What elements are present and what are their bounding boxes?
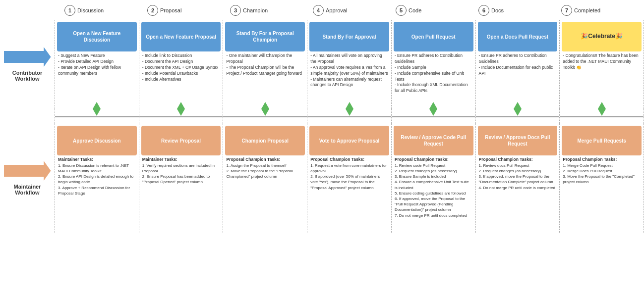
maintainer-card-1: Approve Discussion <box>57 126 137 155</box>
green-arrow-up-2 <box>177 102 185 109</box>
phase-circle-3: 3 <box>230 5 241 16</box>
phase-label-2: Proposal <box>160 7 181 13</box>
horizontal-line-7 <box>560 116 644 117</box>
contributor-desc-2: - Include link to Discussion- Document t… <box>141 51 221 84</box>
green-arrow-up-7 <box>598 102 606 109</box>
maintainer-col-1: Approve Discussion Maintainer Tasks:1. E… <box>55 124 139 233</box>
phase-circle-2: 2 <box>147 5 158 16</box>
phase-header-7: 7 Completed <box>561 5 644 16</box>
green-arrow-up-4 <box>346 102 353 109</box>
main-container: 1 Discussion 2 Proposal 3 Champion 4 App… <box>0 0 644 238</box>
green-arrow-up-6 <box>514 102 522 109</box>
horizontal-line-3 <box>223 116 307 117</box>
contributor-desc-5: - Ensure PR adheres to Contribution Guid… <box>394 51 473 96</box>
phase-circle-6: 6 <box>478 5 489 16</box>
phase-header-3: 3 Champion <box>230 5 313 16</box>
horizontal-line-4 <box>307 116 391 117</box>
phase-label-7: Completed <box>574 7 600 13</box>
phase-label-5: Code <box>409 7 421 13</box>
phase-header-5: 5 Code <box>396 5 478 16</box>
contributor-card-5: Open Pull Request <box>394 22 473 51</box>
maintainer-card-2: Review Proposal <box>141 126 221 155</box>
phase-circle-5: 5 <box>396 5 407 16</box>
phase-label-4: Approval <box>326 7 347 13</box>
contributor-card-2: Open a New Feature Proposal <box>141 22 221 51</box>
contributor-col-4: Stand By For Approval - All maintainers … <box>307 20 391 109</box>
maintainer-tasks-2: Maintainer Tasks:1. Verify required sect… <box>141 155 221 187</box>
contributor-col-7: 🎉Celebrate🎉 - Congratulations!! The feat… <box>559 20 644 109</box>
horizontal-line-6 <box>476 116 560 117</box>
green-arrow-up-1 <box>93 102 101 109</box>
contributor-columns: Open a New Feature Discussion - Suggest … <box>55 20 644 109</box>
phase-label-6: Docs <box>491 7 504 13</box>
maintainer-card-3: Champion Proposal <box>225 126 305 155</box>
contributor-col-6: Open a Docs Pull Request - Ensure PR adh… <box>475 20 560 109</box>
maintainer-tasks-3: Proposal Champion Tasks:1. Assign the Pr… <box>225 155 305 181</box>
horizontal-line-5 <box>392 116 475 117</box>
contributor-col-5: Open Pull Request - Ensure PR adheres to… <box>391 20 475 109</box>
maintainer-card-5: Review / Approve Code Pull Request <box>394 126 473 155</box>
phase-header-1: 1 Discussion <box>64 5 147 16</box>
maintainer-col-6: Review / Approve Docs Pull Request Propo… <box>475 124 560 233</box>
phase-circle-1: 1 <box>64 5 75 16</box>
green-arrow-down-6 <box>514 109 522 116</box>
maintainer-arrow <box>4 161 51 181</box>
maintainer-col-3: Champion Proposal Proposal Champion Task… <box>223 124 307 233</box>
contributor-col-3: Stand By For a Proposal Champion - One m… <box>223 20 307 109</box>
maintainer-col-2: Review Proposal Maintainer Tasks:1. Veri… <box>139 124 223 233</box>
green-arrow-down-5 <box>429 109 437 116</box>
phase-circle-4: 4 <box>313 5 324 16</box>
maintainer-tasks-1: Maintainer Tasks:1. Ensure Discussion is… <box>57 155 137 197</box>
contributor-card-7: 🎉Celebrate🎉 <box>562 22 642 51</box>
maintainer-card-4: Vote to Approve Proposal <box>309 126 389 155</box>
contributor-desc-7: - Congratulations!! The feature has been… <box>562 51 642 72</box>
contributor-card-3: Stand By For a Proposal Champion <box>225 22 305 51</box>
maintainer-tasks-5: Proposal Champion Tasks:1. Review code P… <box>394 155 473 220</box>
maintainer-card-7: Merge Pull Requests <box>562 126 642 155</box>
maintainer-tasks-4: Proposal Champion Tasks:1. Request a vot… <box>309 155 389 192</box>
maintainer-card-6: Review / Approve Docs Pull Request <box>478 126 558 155</box>
horizontal-line-1 <box>55 116 139 117</box>
horizontal-line-2 <box>139 116 223 117</box>
contributor-card-1: Open a New Feature Discussion <box>57 22 137 51</box>
contributor-desc-3: - One maintainer will Champion the Propo… <box>225 51 305 78</box>
contributor-desc-6: - Ensure PR adheres to Contribution Guid… <box>478 51 558 78</box>
phase-header-2: 2 Proposal <box>147 5 230 16</box>
contributor-card-4: Stand By For Approval <box>309 22 389 51</box>
contributor-label: Contributor Workflow <box>0 20 55 109</box>
green-arrow-down-2 <box>177 109 185 116</box>
maintainer-col-5: Review / Approve Code Pull Request Propo… <box>391 124 475 233</box>
contributor-desc-4: - All maintainers will vote on approving… <box>309 51 389 90</box>
contributor-card-6: Open a Docs Pull Request <box>478 22 558 51</box>
maintainer-tasks-6: Proposal Champion Tasks:1. Review docs P… <box>478 155 558 192</box>
maintainer-section: Maintainer Workflow Approve Discussion M… <box>0 124 644 233</box>
green-arrow-up-5 <box>429 102 437 109</box>
green-arrow-down-7 <box>598 109 606 116</box>
contributor-section: Contributor Workflow Open a New Feature … <box>0 20 644 109</box>
maintainer-columns: Approve Discussion Maintainer Tasks:1. E… <box>55 124 644 233</box>
contributor-col-2: Open a New Feature Proposal - Include li… <box>139 20 223 109</box>
contributor-desc-1: - Suggest a New Feature- Provide Detaile… <box>57 51 137 78</box>
phase-header-6: 6 Docs <box>478 5 561 16</box>
phase-label-3: Champion <box>243 7 268 13</box>
phase-circle-7: 7 <box>561 5 572 16</box>
phase-headers: 1 Discussion 2 Proposal 3 Champion 4 App… <box>0 5 644 16</box>
phase-header-4: 4 Approval <box>313 5 396 16</box>
maintainer-tasks-7: Proposal Champion Tasks:1. Merge Code Pu… <box>562 155 642 187</box>
green-arrow-up-3 <box>261 102 269 109</box>
phase-label-1: Discussion <box>77 7 104 13</box>
green-arrow-down-1 <box>93 109 101 116</box>
maintainer-col-4: Vote to Approve Proposal Proposal Champi… <box>307 124 391 233</box>
green-arrow-down-3 <box>261 109 269 116</box>
contributor-arrow <box>4 47 51 67</box>
green-arrow-down-4 <box>346 109 353 116</box>
maintainer-label: Maintainer Workflow <box>0 124 55 233</box>
maintainer-col-7: Merge Pull Requests Proposal Champion Ta… <box>559 124 644 233</box>
contributor-col-1: Open a New Feature Discussion - Suggest … <box>55 20 139 109</box>
